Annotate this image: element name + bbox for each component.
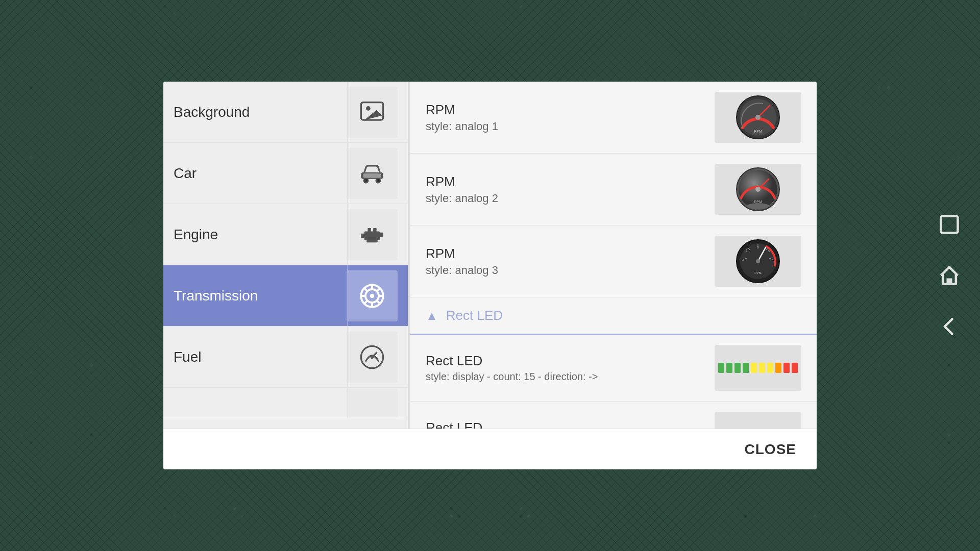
led-block-8 — [775, 363, 781, 373]
sidebar-divider-engine — [347, 204, 348, 265]
sidebar-divider — [347, 82, 348, 142]
rpm-title-analog2: RPM — [426, 174, 715, 190]
sidebar-label-fuel: Fuel — [174, 349, 347, 365]
sidebar-divider-fuel — [347, 327, 348, 387]
svg-point-34 — [755, 187, 761, 192]
led-block-4 — [743, 363, 749, 373]
led-title-flat: Rect LED — [426, 420, 715, 429]
sidebar-item-transmission[interactable]: Transmission — [163, 265, 408, 327]
svg-point-1 — [366, 106, 371, 111]
sidebar-item-car[interactable]: Car — [163, 143, 408, 204]
sidebar-item-background[interactable]: Background — [163, 82, 408, 143]
sidebar-icon-box-transmission — [347, 270, 398, 321]
dialog-body: Background Car — [163, 82, 817, 429]
rpm-subtitle-analog3: style: analog 3 — [426, 264, 715, 277]
svg-line-21 — [377, 288, 380, 291]
led-item-display[interactable]: Rect LED style: display - count: 15 - di… — [410, 335, 817, 402]
nav-icons — [934, 209, 965, 342]
gauge-svg-analog2: RPM — [735, 166, 781, 212]
home-nav-button[interactable] — [934, 260, 965, 291]
section-header-label: Rect LED — [446, 308, 503, 323]
led-text-display: Rect LED style: display - count: 15 - di… — [426, 353, 715, 383]
svg-rect-52 — [941, 216, 958, 233]
led-block-10 — [792, 363, 798, 373]
svg-point-51 — [756, 259, 760, 263]
svg-line-19 — [364, 288, 368, 291]
sidebar-label-engine: Engine — [174, 227, 347, 243]
sidebar-item-fuel[interactable]: Fuel — [163, 327, 408, 388]
svg-point-3 — [364, 178, 369, 183]
sidebar-label-transmission: Transmission — [174, 288, 347, 304]
svg-rect-10 — [379, 232, 383, 237]
svg-line-22 — [364, 300, 368, 304]
rpm-subtitle-analog2: style: analog 2 — [426, 192, 715, 205]
back-nav-button[interactable] — [934, 311, 965, 342]
svg-point-25 — [371, 355, 374, 359]
svg-point-14 — [370, 293, 375, 298]
svg-rect-8 — [373, 228, 377, 233]
svg-rect-7 — [368, 228, 371, 233]
square-nav-button[interactable] — [934, 209, 965, 240]
home-icon — [938, 264, 961, 287]
sidebar-divider-extra — [347, 388, 348, 418]
led-thumb-display — [715, 345, 801, 391]
svg-rect-5 — [363, 173, 381, 178]
section-header-rect-led[interactable]: ▲ Rect LED — [410, 297, 817, 335]
svg-rect-6 — [364, 231, 380, 240]
sidebar-icon-box-background — [347, 87, 398, 138]
svg-rect-53 — [947, 279, 952, 284]
fuel-gauge-icon — [359, 344, 385, 370]
svg-text:RPM: RPM — [754, 200, 762, 204]
close-button[interactable]: CLOSE — [745, 441, 796, 458]
led-block-2 — [726, 363, 732, 373]
svg-text:RPM: RPM — [754, 271, 761, 274]
led-item-flat[interactable]: Rect LED style: flat - count: 15 - direc… — [410, 402, 817, 429]
transmission-icon — [359, 283, 385, 309]
svg-text:RPM: RPM — [754, 130, 762, 133]
sidebar-label-car: Car — [174, 165, 347, 182]
rpm-text-analog3: RPM style: analog 3 — [426, 246, 715, 277]
svg-rect-9 — [361, 233, 365, 238]
svg-line-20 — [377, 300, 380, 304]
rpm-item-analog3[interactable]: RPM style: analog 3 — [410, 226, 817, 297]
sidebar-divider-car — [347, 143, 348, 204]
engine-icon — [359, 221, 385, 248]
rpm-thumb-analog2: RPM — [715, 164, 801, 215]
sidebar-item-engine[interactable]: Engine — [163, 204, 408, 265]
sidebar-icon-box-car — [347, 148, 398, 199]
rpm-thumb-analog3: 8 6 4 2 1 RPM — [715, 236, 801, 287]
rpm-thumb-analog1: RPM — [715, 92, 801, 143]
svg-point-35 — [747, 203, 769, 209]
sidebar-icon-box-engine — [347, 209, 398, 260]
square-icon — [938, 213, 961, 236]
rpm-title-analog3: RPM — [426, 246, 715, 262]
collapse-icon[interactable]: ▲ — [426, 309, 438, 323]
sidebar-divider-transmission — [347, 265, 348, 326]
gauge-svg-analog1: RPM — [735, 94, 781, 140]
car-icon — [359, 160, 385, 187]
rpm-item-analog2[interactable]: RPM style: analog 2 — [410, 154, 817, 226]
main-content: RPM style: analog 1 RPM — [410, 82, 817, 429]
sidebar-icon-box-fuel — [347, 332, 398, 383]
led-text-flat: Rect LED style: flat - count: 15 - direc… — [426, 420, 715, 429]
sidebar: Background Car — [163, 82, 408, 429]
gauge-svg-analog3: 8 6 4 2 1 RPM — [735, 238, 781, 284]
svg-rect-11 — [366, 240, 378, 242]
led-title-display: Rect LED — [426, 353, 715, 369]
rpm-text-analog2: RPM style: analog 2 — [426, 174, 715, 205]
led-block-7 — [767, 363, 773, 373]
led-block-9 — [783, 363, 790, 373]
led-subtitle-display: style: display - count: 15 - direction: … — [426, 371, 715, 383]
rpm-item-analog1[interactable]: RPM style: analog 1 RPM — [410, 82, 817, 154]
rpm-title-analog1: RPM — [426, 102, 715, 118]
sidebar-item-extra[interactable] — [163, 388, 408, 418]
dialog-footer: CLOSE — [163, 429, 817, 469]
main-dialog: Background Car — [163, 82, 817, 469]
sidebar-label-background: Background — [174, 104, 347, 120]
image-icon — [359, 99, 385, 126]
led-block-3 — [734, 363, 741, 373]
sidebar-icon-box-extra — [347, 389, 398, 417]
led-bar-display — [718, 363, 798, 373]
led-thumb-flat — [715, 412, 801, 429]
led-block-1 — [718, 363, 724, 373]
